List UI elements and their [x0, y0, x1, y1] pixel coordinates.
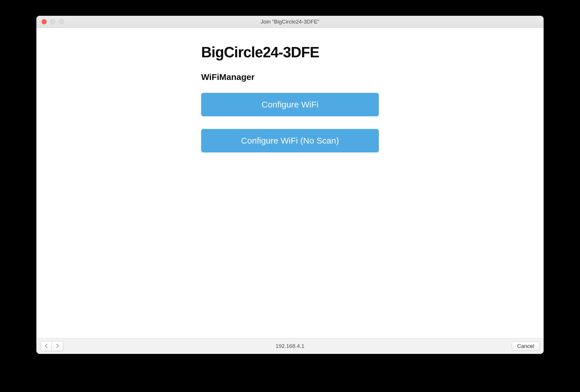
page-title: BigCircle24-3DFE	[201, 44, 379, 61]
bottom-toolbar: 192.168.4.1 Cancel	[36, 338, 544, 354]
configure-wifi-noscan-button[interactable]: Configure WiFi (No Scan)	[201, 129, 379, 152]
window-title: Join “BigCircle24-3DFE”	[36, 19, 544, 25]
traffic-lights	[36, 19, 64, 24]
maximize-icon	[59, 19, 64, 24]
forward-button[interactable]	[52, 341, 63, 351]
nav-buttons	[40, 341, 63, 351]
address-label: 192.168.4.1	[36, 343, 544, 349]
title-bar: Join “BigCircle24-3DFE”	[36, 16, 544, 28]
cancel-button[interactable]: Cancel	[512, 342, 540, 351]
minimize-icon	[50, 19, 55, 24]
chevron-left-icon	[44, 342, 48, 350]
page-subtitle: WiFiManager	[201, 72, 379, 82]
page-inner: BigCircle24-3DFE WiFiManager Configure W…	[201, 44, 379, 152]
captive-portal-window: Join “BigCircle24-3DFE” BigCircle24-3DFE…	[36, 16, 544, 354]
content-area: BigCircle24-3DFE WiFiManager Configure W…	[36, 28, 544, 338]
back-button[interactable]	[40, 341, 52, 351]
chevron-right-icon	[56, 342, 59, 350]
close-icon[interactable]	[42, 19, 47, 24]
configure-wifi-button[interactable]: Configure WiFi	[201, 93, 379, 116]
